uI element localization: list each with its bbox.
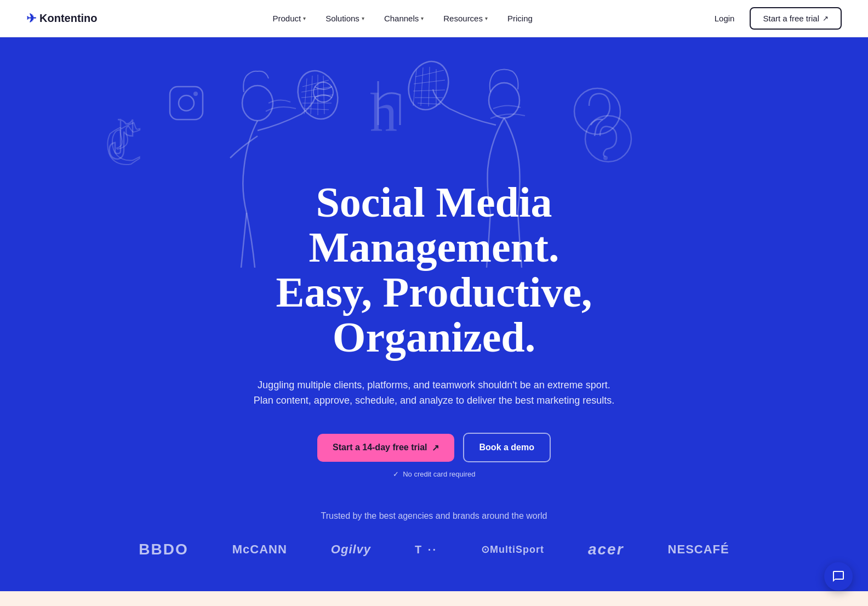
chevron-down-icon: ▾ <box>485 15 488 21</box>
hero-subtitle: Juggling multiple clients, platforms, an… <box>254 377 614 409</box>
logo-icon: ✈ <box>26 12 36 26</box>
logo-text: Kontentino <box>39 12 98 25</box>
no-credit-card-notice: ✓ No credit card required <box>393 470 476 478</box>
brand-logo-ogilvy: Ogilvy <box>331 542 371 557</box>
brand-logo-bbdo: BBDO <box>139 541 188 558</box>
brand-logo-multisport: ⊙MultiSport <box>481 543 544 556</box>
hero-content: Social Media Management. Easy, Productiv… <box>187 37 681 478</box>
brand-logo-nescafe: NESCAFÉ <box>668 542 729 557</box>
arrow-icon: ↗ <box>823 14 829 22</box>
arrow-icon: ↗ <box>432 443 439 453</box>
nav-item-product[interactable]: Product ▾ <box>264 9 315 27</box>
chevron-down-icon: ▾ <box>421 15 424 21</box>
svg-text:ℭ: ℭ <box>104 115 142 175</box>
login-button[interactable]: Login <box>708 9 741 27</box>
brand-logo-mccann: McCANN <box>232 542 287 557</box>
nav-item-solutions[interactable]: Solutions ▾ <box>317 9 373 27</box>
bottom-section <box>0 591 868 606</box>
trial-button[interactable]: Start a 14-day free trial ↗ <box>317 434 454 462</box>
chat-icon <box>832 570 845 583</box>
navbar-actions: Login Start a free trial ↗ <box>708 7 842 30</box>
logos-label: Trusted by the best agencies and brands … <box>321 511 547 521</box>
brand-logo-acer: acer <box>588 541 624 558</box>
nav-menu: Product ▾ Solutions ▾ Channels ▾ Resourc… <box>264 9 541 27</box>
nav-item-pricing[interactable]: Pricing <box>499 9 541 27</box>
brand-logo-tmobile: T ·· <box>415 543 437 556</box>
navbar: ✈ Kontentino Product ▾ Solutions ▾ Chann… <box>0 0 868 37</box>
brand-logos-row: BBDO McCANN Ogilvy T ·· ⊙MultiSport acer… <box>106 541 762 558</box>
logos-section: Trusted by the best agencies and brands … <box>0 511 868 558</box>
nav-item-resources[interactable]: Resources ▾ <box>435 9 496 27</box>
hero-title: Social Media Management. Easy, Productiv… <box>187 180 681 360</box>
chat-widget[interactable] <box>824 562 853 591</box>
check-icon: ✓ <box>393 470 399 478</box>
hero-cta-buttons: Start a 14-day free trial ↗ Book a demo <box>317 433 551 462</box>
logo[interactable]: ✈ Kontentino <box>26 12 98 26</box>
chevron-down-icon: ▾ <box>362 15 364 21</box>
hero-section: h ℭ Social Media Mana <box>0 37 868 591</box>
demo-button[interactable]: Book a demo <box>463 433 551 462</box>
nav-trial-button[interactable]: Start a free trial ↗ <box>750 7 842 30</box>
nav-item-channels[interactable]: Channels ▾ <box>375 9 432 27</box>
chevron-down-icon: ▾ <box>303 15 306 21</box>
